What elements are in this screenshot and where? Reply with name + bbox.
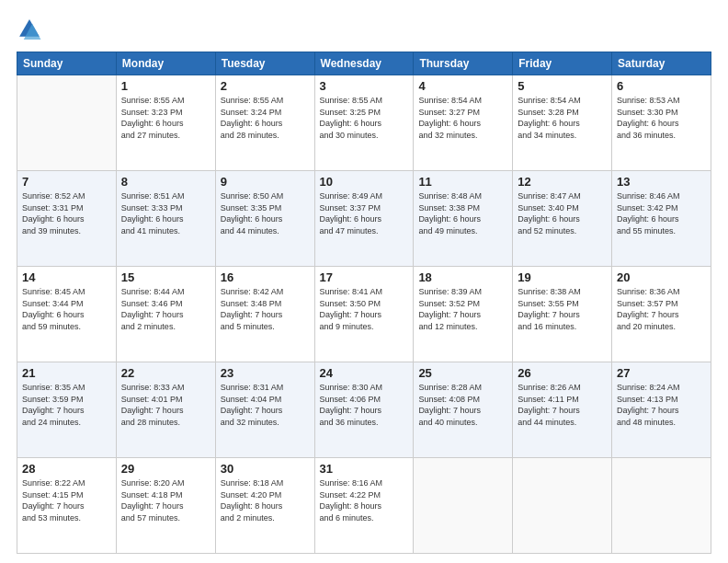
day-info: Sunrise: 8:49 AM Sunset: 3:37 PM Dayligh… <box>320 190 409 236</box>
day-number: 21 <box>22 366 111 380</box>
day-number: 25 <box>418 366 507 380</box>
day-info: Sunrise: 8:36 AM Sunset: 3:57 PM Dayligh… <box>617 286 706 332</box>
calendar-day-cell: 30Sunrise: 8:18 AM Sunset: 4:20 PM Dayli… <box>215 458 314 554</box>
calendar-day-cell <box>513 458 612 554</box>
calendar-day-cell: 17Sunrise: 8:41 AM Sunset: 3:50 PM Dayli… <box>314 267 414 362</box>
day-number: 3 <box>320 79 409 93</box>
header <box>17 17 711 42</box>
day-info: Sunrise: 8:55 AM Sunset: 3:24 PM Dayligh… <box>221 95 310 141</box>
day-number: 10 <box>320 175 409 189</box>
day-info: Sunrise: 8:16 AM Sunset: 4:22 PM Dayligh… <box>320 477 409 523</box>
calendar-day-cell: 31Sunrise: 8:16 AM Sunset: 4:22 PM Dayli… <box>314 458 414 554</box>
day-info: Sunrise: 8:31 AM Sunset: 4:04 PM Dayligh… <box>221 382 310 428</box>
day-number: 14 <box>22 270 111 284</box>
day-number: 26 <box>518 366 607 380</box>
day-number: 28 <box>22 462 111 476</box>
weekday-header: Saturday <box>612 52 711 75</box>
day-number: 4 <box>418 79 507 93</box>
calendar-day-cell <box>612 458 711 554</box>
day-info: Sunrise: 8:41 AM Sunset: 3:50 PM Dayligh… <box>320 286 409 332</box>
calendar-day-cell: 1Sunrise: 8:55 AM Sunset: 3:23 PM Daylig… <box>116 75 215 171</box>
calendar-day-cell: 15Sunrise: 8:44 AM Sunset: 3:46 PM Dayli… <box>116 267 215 362</box>
logo-icon <box>17 17 42 42</box>
calendar-day-cell: 22Sunrise: 8:33 AM Sunset: 4:01 PM Dayli… <box>116 362 215 458</box>
calendar-week-row: 14Sunrise: 8:45 AM Sunset: 3:44 PM Dayli… <box>17 267 711 362</box>
calendar-day-cell <box>17 75 117 171</box>
weekday-header: Friday <box>513 52 612 75</box>
day-info: Sunrise: 8:22 AM Sunset: 4:15 PM Dayligh… <box>22 477 111 523</box>
calendar-day-cell: 23Sunrise: 8:31 AM Sunset: 4:04 PM Dayli… <box>215 362 314 458</box>
day-number: 9 <box>221 175 310 189</box>
calendar-day-cell: 12Sunrise: 8:47 AM Sunset: 3:40 PM Dayli… <box>513 171 612 267</box>
day-number: 11 <box>418 175 507 189</box>
day-info: Sunrise: 8:18 AM Sunset: 4:20 PM Dayligh… <box>221 477 310 523</box>
calendar-day-cell: 9Sunrise: 8:50 AM Sunset: 3:35 PM Daylig… <box>215 171 314 267</box>
day-info: Sunrise: 8:20 AM Sunset: 4:18 PM Dayligh… <box>121 477 210 523</box>
day-number: 31 <box>320 462 409 476</box>
day-number: 23 <box>221 366 310 380</box>
day-number: 17 <box>320 270 409 284</box>
calendar-day-cell: 25Sunrise: 8:28 AM Sunset: 4:08 PM Dayli… <box>414 362 513 458</box>
day-number: 30 <box>221 462 310 476</box>
calendar-week-row: 1Sunrise: 8:55 AM Sunset: 3:23 PM Daylig… <box>17 75 711 171</box>
day-info: Sunrise: 8:35 AM Sunset: 3:59 PM Dayligh… <box>22 382 111 428</box>
day-info: Sunrise: 8:52 AM Sunset: 3:31 PM Dayligh… <box>22 190 111 236</box>
day-info: Sunrise: 8:39 AM Sunset: 3:52 PM Dayligh… <box>418 286 507 332</box>
day-number: 24 <box>320 366 409 380</box>
calendar-day-cell: 2Sunrise: 8:55 AM Sunset: 3:24 PM Daylig… <box>215 75 314 171</box>
page: SundayMondayTuesdayWednesdayThursdayFrid… <box>0 0 728 563</box>
calendar-day-cell: 14Sunrise: 8:45 AM Sunset: 3:44 PM Dayli… <box>17 267 117 362</box>
calendar-day-cell: 4Sunrise: 8:54 AM Sunset: 3:27 PM Daylig… <box>414 75 513 171</box>
day-number: 7 <box>22 175 111 189</box>
calendar-day-cell: 8Sunrise: 8:51 AM Sunset: 3:33 PM Daylig… <box>116 171 215 267</box>
calendar-day-cell <box>414 458 513 554</box>
calendar-day-cell: 26Sunrise: 8:26 AM Sunset: 4:11 PM Dayli… <box>513 362 612 458</box>
day-number: 18 <box>418 270 507 284</box>
day-number: 6 <box>617 79 706 93</box>
day-info: Sunrise: 8:45 AM Sunset: 3:44 PM Dayligh… <box>22 286 111 332</box>
day-info: Sunrise: 8:46 AM Sunset: 3:42 PM Dayligh… <box>617 190 706 236</box>
day-info: Sunrise: 8:44 AM Sunset: 3:46 PM Dayligh… <box>121 286 210 332</box>
calendar-day-cell: 11Sunrise: 8:48 AM Sunset: 3:38 PM Dayli… <box>414 171 513 267</box>
calendar-day-cell: 7Sunrise: 8:52 AM Sunset: 3:31 PM Daylig… <box>17 171 117 267</box>
day-info: Sunrise: 8:55 AM Sunset: 3:25 PM Dayligh… <box>320 95 409 141</box>
calendar-day-cell: 20Sunrise: 8:36 AM Sunset: 3:57 PM Dayli… <box>612 267 711 362</box>
day-number: 19 <box>518 270 607 284</box>
day-info: Sunrise: 8:24 AM Sunset: 4:13 PM Dayligh… <box>617 382 706 428</box>
calendar-day-cell: 3Sunrise: 8:55 AM Sunset: 3:25 PM Daylig… <box>314 75 414 171</box>
calendar-week-row: 28Sunrise: 8:22 AM Sunset: 4:15 PM Dayli… <box>17 458 711 554</box>
calendar-day-cell: 19Sunrise: 8:38 AM Sunset: 3:55 PM Dayli… <box>513 267 612 362</box>
calendar-day-cell: 24Sunrise: 8:30 AM Sunset: 4:06 PM Dayli… <box>314 362 414 458</box>
day-info: Sunrise: 8:42 AM Sunset: 3:48 PM Dayligh… <box>221 286 310 332</box>
calendar-day-cell: 28Sunrise: 8:22 AM Sunset: 4:15 PM Dayli… <box>17 458 117 554</box>
calendar-day-cell: 6Sunrise: 8:53 AM Sunset: 3:30 PM Daylig… <box>612 75 711 171</box>
day-number: 29 <box>121 462 210 476</box>
day-number: 1 <box>121 79 210 93</box>
day-number: 16 <box>221 270 310 284</box>
weekday-header: Wednesday <box>314 52 414 75</box>
day-info: Sunrise: 8:26 AM Sunset: 4:11 PM Dayligh… <box>518 382 607 428</box>
day-info: Sunrise: 8:50 AM Sunset: 3:35 PM Dayligh… <box>221 190 310 236</box>
day-info: Sunrise: 8:38 AM Sunset: 3:55 PM Dayligh… <box>518 286 607 332</box>
day-info: Sunrise: 8:28 AM Sunset: 4:08 PM Dayligh… <box>418 382 507 428</box>
weekday-header: Monday <box>116 52 215 75</box>
day-info: Sunrise: 8:53 AM Sunset: 3:30 PM Dayligh… <box>617 95 706 141</box>
day-number: 20 <box>617 270 706 284</box>
day-info: Sunrise: 8:54 AM Sunset: 3:27 PM Dayligh… <box>418 95 507 141</box>
day-info: Sunrise: 8:51 AM Sunset: 3:33 PM Dayligh… <box>121 190 210 236</box>
logo <box>17 17 46 42</box>
weekday-header: Thursday <box>414 52 513 75</box>
calendar-header-row: SundayMondayTuesdayWednesdayThursdayFrid… <box>17 52 711 75</box>
calendar-day-cell: 21Sunrise: 8:35 AM Sunset: 3:59 PM Dayli… <box>17 362 117 458</box>
day-info: Sunrise: 8:33 AM Sunset: 4:01 PM Dayligh… <box>121 382 210 428</box>
calendar-day-cell: 18Sunrise: 8:39 AM Sunset: 3:52 PM Dayli… <box>414 267 513 362</box>
day-number: 22 <box>121 366 210 380</box>
calendar-week-row: 21Sunrise: 8:35 AM Sunset: 3:59 PM Dayli… <box>17 362 711 458</box>
day-number: 27 <box>617 366 706 380</box>
day-number: 15 <box>121 270 210 284</box>
day-info: Sunrise: 8:54 AM Sunset: 3:28 PM Dayligh… <box>518 95 607 141</box>
calendar-day-cell: 5Sunrise: 8:54 AM Sunset: 3:28 PM Daylig… <box>513 75 612 171</box>
day-number: 12 <box>518 175 607 189</box>
calendar-day-cell: 16Sunrise: 8:42 AM Sunset: 3:48 PM Dayli… <box>215 267 314 362</box>
day-info: Sunrise: 8:30 AM Sunset: 4:06 PM Dayligh… <box>320 382 409 428</box>
